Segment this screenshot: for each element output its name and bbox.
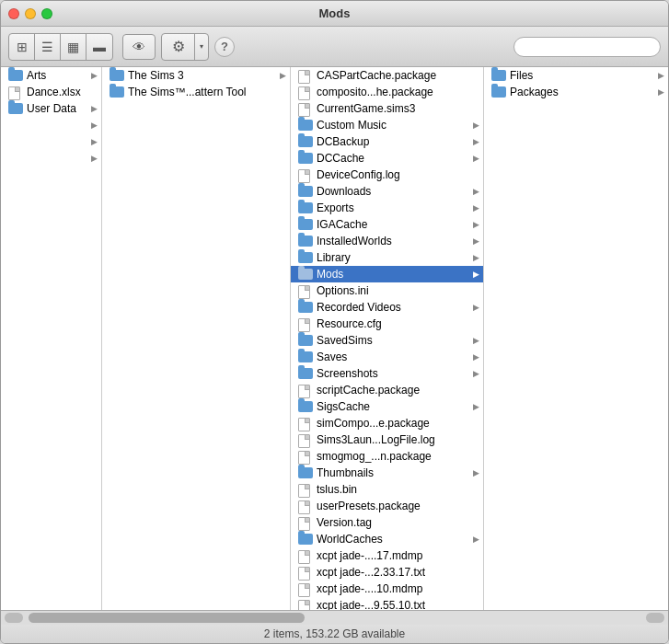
folder-icon: [298, 202, 313, 214]
list-item[interactable]: Version.tag: [291, 514, 483, 531]
list-item[interactable]: composito...he.package: [291, 84, 483, 100]
search-input[interactable]: [513, 37, 661, 57]
list-item[interactable]: xcpt jade-...2.33.17.txt: [291, 564, 483, 581]
file-icon: [298, 169, 313, 181]
file-icon: [298, 285, 313, 297]
maximize-button[interactable]: [41, 8, 52, 19]
list-item[interactable]: DeviceConfig.log: [291, 167, 483, 183]
list-item[interactable]: DCBackup ▶: [291, 133, 483, 150]
list-item[interactable]: xcpt jade-....17.mdmp: [291, 547, 483, 564]
list-item[interactable]: The Sims™...attern Tool: [102, 84, 290, 100]
gear-main-btn[interactable]: ⚙: [162, 34, 195, 60]
folder-icon: [110, 70, 124, 82]
list-item[interactable]: smogmog_...n.package: [291, 448, 483, 465]
list-item[interactable]: scriptCache.package: [291, 382, 483, 398]
list-item[interactable]: Custom Music ▶: [291, 117, 483, 133]
folder-icon: [298, 335, 313, 347]
scrollbar-left-btn[interactable]: [5, 613, 23, 623]
scrollbar-right-btn[interactable]: [646, 613, 664, 623]
file-icon: [298, 484, 313, 496]
list-item[interactable]: SavedSims ▶: [291, 332, 483, 349]
chevron-right-icon: ▶: [473, 270, 479, 279]
toolbar: ⊞ ☰ ▦ ▬ 👁 ⚙ ▾ ? 🔍: [1, 27, 668, 67]
file-icon: [298, 385, 313, 397]
list-item: ▶: [1, 117, 101, 133]
horizontal-scrollbar[interactable]: [1, 611, 668, 625]
chevron-right-icon: ▶: [473, 137, 479, 146]
content-area: Arts ▶ Dance.xlsx User Data ▶ ▶ ▶ ▶: [1, 67, 668, 610]
list-item[interactable]: Resource.cfg: [291, 316, 483, 332]
list-item[interactable]: CASPartCache.package: [291, 67, 483, 84]
eye-icon: 👁: [133, 40, 145, 54]
list-item[interactable]: Sims3Laun...LogFile.log: [291, 431, 483, 448]
list-item[interactable]: Arts ▶: [1, 67, 101, 84]
list-item[interactable]: Files ▶: [484, 67, 668, 84]
file-icon: [298, 70, 313, 82]
help-button[interactable]: ?: [214, 37, 235, 57]
eye-button[interactable]: 👁: [122, 34, 156, 60]
file-icon: [298, 434, 313, 446]
scrollbar-thumb[interactable]: [29, 613, 305, 623]
chevron-right-icon: ▶: [658, 71, 664, 80]
view-column-btn[interactable]: ▦: [61, 34, 87, 60]
chevron-right-icon: ▶: [658, 87, 664, 97]
gear-arrow-btn[interactable]: ▾: [195, 34, 208, 60]
list-item[interactable]: simCompo...e.package: [291, 415, 483, 431]
list-item[interactable]: The Sims 3 ▶: [102, 67, 290, 84]
list-item: ▶: [1, 133, 101, 150]
list-item[interactable]: Mods ▶: [291, 266, 483, 282]
view-list-btn[interactable]: ☰: [35, 34, 61, 60]
chevron-right-icon: ▶: [473, 369, 479, 378]
chevron-right-icon: ▶: [473, 154, 479, 163]
list-item[interactable]: xcpt jade-...9.55.10.txt: [291, 597, 483, 610]
action-button[interactable]: ⚙ ▾: [161, 33, 209, 61]
list-item[interactable]: xcpt jade-....10.mdmp: [291, 581, 483, 597]
file-icon: [298, 600, 313, 611]
list-item[interactable]: Downloads ▶: [291, 183, 483, 200]
close-button[interactable]: [8, 8, 19, 19]
folder-icon: [491, 70, 506, 82]
list-item[interactable]: DCCache ▶: [291, 150, 483, 167]
list-item[interactable]: userPresets.package: [291, 498, 483, 514]
status-text: 2 items, 153.22 GB available: [264, 627, 405, 640]
chevron-right-icon: ▶: [473, 303, 479, 312]
column-3: CASPartCache.package composito...he.pack…: [291, 67, 484, 610]
list-item[interactable]: User Data ▶: [1, 100, 101, 117]
chevron-right-icon: ▶: [473, 402, 479, 411]
list-item: ▶: [1, 150, 101, 167]
folder-icon: [298, 534, 313, 546]
chevron-right-icon: ▶: [91, 154, 98, 163]
view-icon-btn[interactable]: ⊞: [9, 34, 35, 60]
chevron-right-icon: ▶: [473, 220, 479, 229]
list-item[interactable]: IGACache ▶: [291, 216, 483, 233]
chevron-right-icon: ▶: [473, 121, 479, 130]
list-item[interactable]: Options.ini: [291, 282, 483, 299]
file-icon: [298, 517, 313, 529]
list-item[interactable]: Library ▶: [291, 249, 483, 266]
chevron-right-icon: ▶: [280, 71, 286, 80]
title-bar: Mods: [1, 1, 668, 27]
list-item[interactable]: CurrentGame.sims3: [291, 100, 483, 117]
gear-icon: ⚙: [172, 38, 185, 55]
list-item[interactable]: Packages ▶: [484, 84, 668, 100]
view-coverflow-btn[interactable]: ▬: [87, 34, 112, 60]
list-item[interactable]: InstalledWorlds ▶: [291, 233, 483, 249]
file-icon: [298, 86, 313, 98]
list-item[interactable]: Thumbnails ▶: [291, 465, 483, 481]
file-icon: [298, 583, 313, 595]
list-item[interactable]: Saves ▶: [291, 349, 483, 365]
list-item[interactable]: WorldCaches ▶: [291, 531, 483, 547]
list-item[interactable]: tslus.bin: [291, 481, 483, 498]
column-2: The Sims 3 ▶ The Sims™...attern Tool: [102, 67, 291, 610]
minimize-button[interactable]: [25, 8, 36, 19]
file-icon: [298, 451, 313, 463]
folder-icon: [298, 269, 313, 281]
chevron-right-icon: ▶: [473, 187, 479, 196]
list-item[interactable]: Screenshots ▶: [291, 365, 483, 382]
search-wrapper: 🔍: [513, 37, 661, 57]
status-bar: 2 items, 153.22 GB available: [264, 625, 405, 643]
list-item[interactable]: Dance.xlsx: [1, 84, 101, 100]
list-item[interactable]: Exports ▶: [291, 200, 483, 216]
list-item[interactable]: Recorded Videos ▶: [291, 299, 483, 316]
list-item[interactable]: SigsCache ▶: [291, 398, 483, 415]
